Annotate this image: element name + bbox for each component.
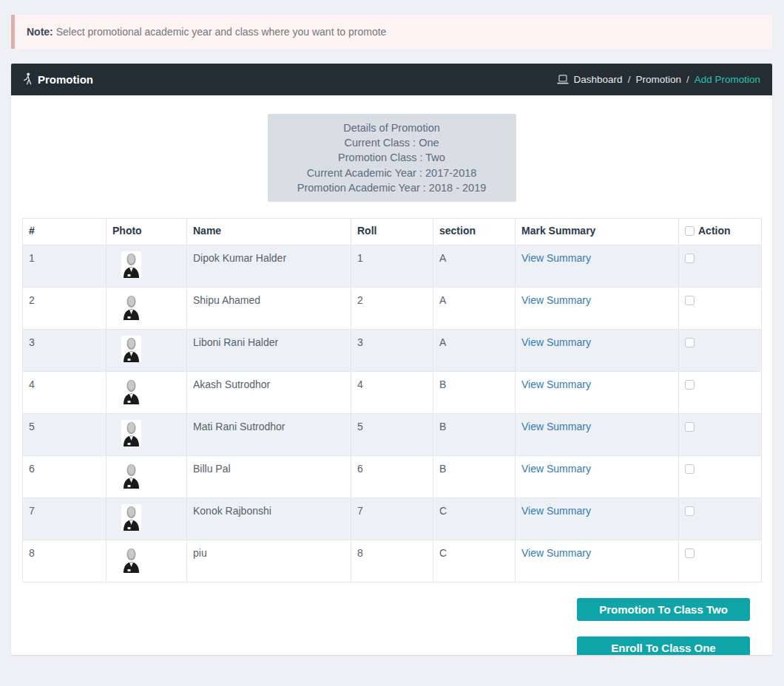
student-name: Billu Pal [187, 456, 351, 498]
student-photo-cell [107, 288, 187, 330]
table-header-row: # Photo Name Roll section Mark Summary A… [23, 219, 762, 245]
student-roll: 7 [351, 498, 433, 540]
breadcrumb-add-promotion[interactable]: Add Promotion [695, 74, 760, 85]
view-summary-link[interactable]: View Summary [521, 505, 591, 517]
breadcrumb: Dashboard / Promotion / Add Promotion [557, 74, 760, 85]
header-mark-summary: Mark Summary [516, 219, 679, 245]
student-roll: 5 [351, 414, 433, 456]
student-roll: 4 [351, 372, 433, 414]
promotion-person-icon [23, 72, 33, 87]
header-action: Action [679, 219, 762, 245]
student-section: B [433, 372, 516, 414]
table-row: 5 Mati Rani Sutrodhor 5 B View Summary [23, 414, 762, 456]
note-text: Select promotional academic year and cla… [53, 26, 387, 38]
header-action-label: Action [698, 225, 731, 237]
row-number: 7 [23, 498, 107, 540]
student-name: Mati Rani Sutrodhor [187, 414, 351, 456]
student-photo-cell [107, 245, 187, 288]
student-photo-cell [107, 540, 187, 583]
breadcrumb-dashboard[interactable]: Dashboard [574, 74, 623, 85]
student-roll: 6 [351, 456, 433, 498]
row-number: 8 [23, 540, 107, 583]
promotion-to-class-button[interactable]: Promotion To Class Two [577, 598, 750, 621]
view-summary-link[interactable]: View Summary [521, 294, 591, 306]
student-avatar [121, 378, 141, 404]
row-number: 2 [23, 288, 107, 330]
student-avatar [121, 293, 141, 320]
student-name: Dipok Kumar Halder [187, 245, 351, 288]
row-select-checkbox[interactable] [685, 296, 695, 305]
student-avatar [121, 251, 141, 278]
view-summary-link[interactable]: View Summary [521, 463, 591, 475]
header-photo: Photo [107, 219, 187, 245]
student-name: piu [187, 540, 351, 583]
student-avatar [121, 462, 141, 489]
student-section: A [433, 288, 516, 330]
action-buttons: Promotion To Class Two Enroll To Class O… [22, 598, 761, 655]
details-promotion-year: Promotion Academic Year : 2018 - 2019 [275, 180, 509, 195]
student-roll: 3 [351, 330, 433, 372]
student-name: Akash Sutrodhor [187, 372, 351, 414]
card-body: Details of Promotion Current Class : One… [11, 95, 772, 655]
student-section: C [433, 498, 516, 540]
note-label: Note: [27, 26, 53, 38]
student-photo-cell [107, 330, 187, 372]
table-row: 3 Liboni Rani Halder 3 A View Summary [23, 330, 762, 372]
page-title: Promotion [23, 72, 93, 87]
dashboard-icon [557, 75, 569, 84]
details-title: Details of Promotion [275, 120, 509, 135]
row-select-checkbox[interactable] [685, 506, 695, 516]
table-row: 7 Konok Rajbonshi 7 C View Summary [23, 498, 762, 540]
page-title-text: Promotion [38, 73, 93, 86]
select-all-checkbox[interactable] [685, 226, 695, 236]
table-row: 4 Akash Sutrodhor 4 B View Summary [23, 372, 762, 414]
student-avatar [121, 546, 141, 573]
row-number: 1 [23, 245, 107, 288]
row-number: 5 [23, 414, 107, 456]
row-select-checkbox[interactable] [685, 254, 695, 263]
breadcrumb-separator: / [628, 74, 631, 85]
student-name: Shipu Ahamed [187, 288, 351, 330]
details-promotion-class: Promotion Class : Two [275, 150, 509, 165]
breadcrumb-promotion[interactable]: Promotion [635, 74, 681, 85]
table-row: 1 Dipok Kumar Halder 1 A View Summary [23, 245, 762, 288]
header-number: # [23, 219, 107, 245]
student-roll: 2 [351, 288, 433, 330]
promotion-details-box: Details of Promotion Current Class : One… [268, 114, 516, 202]
row-select-checkbox[interactable] [685, 549, 695, 558]
student-section: C [433, 540, 516, 583]
view-summary-link[interactable]: View Summary [521, 547, 591, 559]
row-select-checkbox[interactable] [685, 464, 695, 474]
student-photo-cell [107, 498, 187, 540]
student-photo-cell [107, 414, 187, 456]
student-section: A [433, 245, 516, 288]
view-summary-link[interactable]: View Summary [521, 421, 591, 432]
student-photo-cell [107, 456, 187, 498]
details-current-year: Current Academic Year : 2017-2018 [275, 166, 509, 180]
breadcrumb-separator: / [686, 74, 689, 85]
row-number: 6 [23, 456, 107, 498]
view-summary-link[interactable]: View Summary [521, 378, 591, 390]
student-roll: 8 [351, 540, 433, 583]
student-avatar [121, 420, 141, 446]
row-select-checkbox[interactable] [685, 380, 695, 390]
header-roll: Roll [351, 219, 433, 245]
view-summary-link[interactable]: View Summary [521, 252, 591, 264]
note-banner: Note: Select promotional academic year a… [11, 15, 772, 49]
row-select-checkbox[interactable] [685, 338, 695, 347]
student-section: B [433, 456, 516, 498]
student-avatar [121, 504, 141, 531]
row-number: 4 [23, 372, 107, 414]
view-summary-link[interactable]: View Summary [521, 336, 591, 348]
header-section: section [433, 219, 516, 245]
student-name: Konok Rajbonshi [187, 498, 351, 540]
promotion-card: Promotion Dashboard / Promotion / Add Pr… [11, 64, 772, 655]
students-table: # Photo Name Roll section Mark Summary A… [22, 218, 762, 583]
student-photo-cell [107, 372, 187, 414]
enroll-to-class-button[interactable]: Enroll To Class One [577, 636, 750, 655]
row-select-checkbox[interactable] [685, 422, 695, 432]
student-avatar [121, 336, 141, 362]
student-roll: 1 [351, 245, 433, 288]
table-row: 2 Shipu Ahamed 2 A View Summary [23, 288, 762, 330]
student-name: Liboni Rani Halder [187, 330, 351, 372]
